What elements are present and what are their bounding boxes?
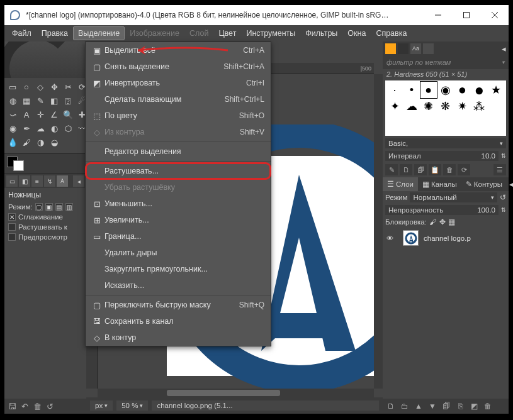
scrollbar-vertical[interactable] <box>374 74 383 389</box>
tool-bucket[interactable]: ◍ <box>6 94 19 107</box>
visibility-eye-icon[interactable]: 👁 <box>386 235 398 242</box>
tool-text[interactable]: A <box>20 108 33 121</box>
menu-select-invert[interactable]: ◩ИнвертироватьCtrl+I <box>86 75 271 91</box>
menu-select-border[interactable]: ▭Граница... <box>86 228 271 245</box>
dock-tab-1[interactable]: ▭ <box>6 175 18 187</box>
menu-select-grow[interactable]: ⊞Увеличить... <box>86 212 271 228</box>
tool-drop[interactable]: 💧 <box>6 136 19 148</box>
brush-item[interactable]: • <box>403 82 420 98</box>
menu-select-topath[interactable]: ◇В контур <box>86 329 271 346</box>
minimize-button[interactable] <box>424 6 452 25</box>
tool-zoom[interactable]: 🔍 <box>62 108 74 121</box>
brushes-tab[interactable] <box>385 43 396 54</box>
dock-tab-3[interactable]: ≡ <box>31 175 43 187</box>
brush-item[interactable]: ◉ <box>437 82 454 98</box>
edit-brush-icon[interactable]: ✎ <box>385 164 398 175</box>
patterns-tab[interactable] <box>398 43 409 54</box>
brush-filter[interactable]: фильтр по меткам▾ <box>383 55 509 69</box>
brush-item[interactable]: ⁂ <box>471 98 487 114</box>
brush-item[interactable]: ❋ <box>437 98 454 114</box>
menu-select-none[interactable]: ▢Снять выделениеShift+Ctrl+A <box>86 58 271 75</box>
menu-select-bycolor[interactable]: ⬚По цветуShift+O <box>86 108 271 124</box>
dock-tab-arrow[interactable]: ◂ <box>73 175 84 187</box>
menu-filters[interactable]: Фильтры <box>300 26 342 40</box>
menu-select-distort[interactable]: Исказить... <box>86 277 271 294</box>
raise-layer-icon[interactable]: ▲ <box>412 401 425 412</box>
menu-select-all[interactable]: ▣Выделить всёCtrl+A <box>86 42 271 58</box>
menu-select-editor[interactable]: Редактор выделения <box>86 143 271 160</box>
brush-item[interactable]: ☁ <box>403 98 420 114</box>
preset-row[interactable]: Basic,▾ <box>383 137 509 150</box>
dup-layer-icon[interactable]: 🗐 <box>440 401 453 412</box>
tool-rect-select[interactable]: ▭ <box>6 80 19 93</box>
delete-layer-icon[interactable]: 🗑 <box>482 401 494 412</box>
del-brush-icon[interactable]: 🗑 <box>443 164 456 175</box>
brush-item[interactable]: ● <box>454 82 470 98</box>
dock-menu-icon[interactable]: ◂ <box>502 44 506 53</box>
menu-select[interactable]: Выделение <box>73 26 125 40</box>
menu-colors[interactable]: Цвет <box>213 26 241 40</box>
maximize-button[interactable] <box>452 6 480 25</box>
copy-brush-icon[interactable]: 📋 <box>429 164 441 175</box>
tool-free-select[interactable]: ◇ <box>34 80 47 93</box>
brush-item[interactable]: ✺ <box>420 98 437 114</box>
lock-alpha-icon[interactable]: ▦ <box>448 218 455 226</box>
new-layer-icon[interactable]: 🗋 <box>385 401 397 412</box>
tool-blur[interactable]: ◉ <box>6 122 19 135</box>
tool-measure[interactable]: ∠ <box>48 108 60 121</box>
delete-opts-icon[interactable]: 🗑 <box>33 402 42 411</box>
new-brush-icon[interactable]: 🗋 <box>400 164 412 175</box>
background-swatch[interactable] <box>13 160 24 171</box>
restore-opts-icon[interactable]: ↶ <box>21 402 28 411</box>
lock-position-icon[interactable]: ✥ <box>439 218 446 226</box>
opacity-row[interactable]: Непрозрачность100.0⇅ <box>383 204 509 216</box>
brush-item[interactable]: ✦ <box>386 98 403 114</box>
brush-item[interactable]: ★ <box>488 82 504 98</box>
antialias-row[interactable]: ✕Сглаживание <box>4 212 86 222</box>
tool-ellipse-select[interactable]: ○ <box>20 80 33 93</box>
reset-opts-icon[interactable]: ↺ <box>47 402 54 411</box>
new-group-icon[interactable]: 🗀 <box>398 401 411 412</box>
zoom-selector[interactable]: 50 %▾ <box>116 401 148 411</box>
menu-help[interactable]: Справка <box>371 26 412 40</box>
dock-menu-icon[interactable]: ◂ <box>507 177 513 191</box>
save-opts-icon[interactable]: 🖫 <box>8 402 16 411</box>
brush-item[interactable]: · <box>386 82 403 98</box>
menu-select-removeholes[interactable]: Удалить дыры <box>86 245 271 261</box>
feather-row[interactable]: Растушевать к <box>4 222 86 232</box>
dock-tab-2[interactable]: ◧ <box>19 175 30 187</box>
dup-brush-icon[interactable]: 🗐 <box>414 164 427 175</box>
tool-cage[interactable]: ⬡ <box>62 122 74 135</box>
color-swatches[interactable] <box>4 153 86 174</box>
unit-selector[interactable]: px▾ <box>90 401 113 411</box>
menu-tools[interactable]: Инструменты <box>241 26 300 40</box>
tool-move[interactable]: ✥ <box>48 80 60 93</box>
stepper-icon[interactable]: ⇅ <box>501 153 506 159</box>
tool-brush[interactable]: 🖌 <box>20 136 33 148</box>
stepper-icon[interactable]: ⇅ <box>501 207 506 213</box>
layer-row[interactable]: 👁 channel logo.p <box>383 228 509 248</box>
lock-pixels-icon[interactable]: 🖌 <box>429 218 437 226</box>
menu-image[interactable]: Изображение <box>125 26 184 40</box>
brush-item[interactable]: ● <box>420 82 437 98</box>
menu-file[interactable]: Файл <box>7 26 37 40</box>
brush-item[interactable]: ● <box>471 82 487 98</box>
merge-layer-icon[interactable]: ⎘ <box>454 401 466 412</box>
fonts-tab[interactable]: Aa <box>410 43 421 54</box>
tool-extra2[interactable]: ◒ <box>48 136 60 148</box>
menu-select-float[interactable]: Сделать плавающимShift+Ctrl+L <box>86 91 271 108</box>
reset-mode-icon[interactable]: ↺ <box>500 193 506 202</box>
tool-clone[interactable]: ⍰ <box>62 94 74 107</box>
scrollbar-horizontal[interactable] <box>98 389 374 397</box>
blend-mode-select[interactable]: Нормальный▾ <box>410 192 497 202</box>
tool-path[interactable]: ⤻ <box>6 108 19 121</box>
close-button[interactable] <box>480 6 509 25</box>
tool-eraser[interactable]: ◧ <box>48 94 60 107</box>
brush-item[interactable]: ✷ <box>454 98 470 114</box>
menu-select-quickmask[interactable]: ▢Переключить быструю маскуShift+Q <box>86 297 271 313</box>
tool-extra1[interactable]: ◑ <box>34 136 47 148</box>
lower-layer-icon[interactable]: ▼ <box>426 401 439 412</box>
tool-dodge[interactable]: ◐ <box>48 122 60 135</box>
layers-tab[interactable]: ☰Слои <box>383 177 418 191</box>
menu-select-savechannel[interactable]: 🖫Сохранить в канал <box>86 313 271 329</box>
